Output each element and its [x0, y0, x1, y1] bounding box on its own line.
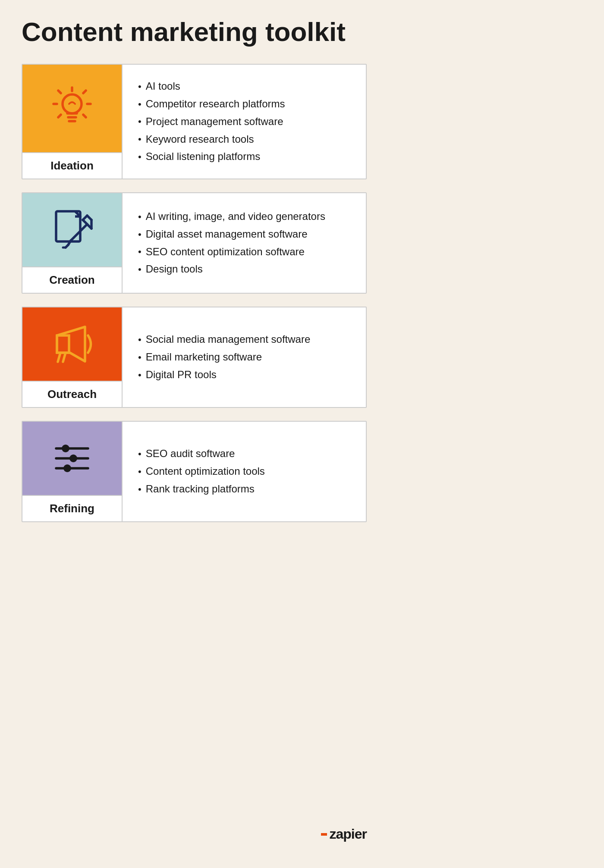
lightbulb-icon — [48, 85, 96, 132]
card-ideation-label-area: Ideation — [22, 152, 122, 179]
card-outreach-list: Social media management software Email m… — [138, 331, 350, 383]
card-outreach-left: Outreach — [22, 307, 122, 407]
page-title: Content marketing toolkit — [22, 17, 367, 47]
card-ideation-left: Ideation — [22, 65, 122, 179]
zapier-logo: zapier — [22, 826, 367, 842]
card-outreach-icon-area — [22, 307, 122, 381]
svg-rect-22 — [57, 335, 69, 353]
zapier-dash — [321, 833, 327, 836]
card-creation-content: AI writing, image, and video generators … — [122, 193, 366, 293]
list-item: Project management software — [138, 113, 350, 131]
sliders-icon — [48, 435, 96, 482]
card-refining-label: Refining — [50, 502, 94, 515]
card-refining-list: SEO audit software Content optimization … — [138, 445, 350, 498]
svg-line-8 — [58, 91, 61, 93]
card-creation-icon-area — [22, 193, 122, 266]
card-refining-icon-area — [22, 422, 122, 495]
list-item: Rank tracking platforms — [138, 480, 350, 498]
list-item: Digital asset management software — [138, 226, 350, 243]
card-creation-label: Creation — [49, 273, 94, 286]
list-item: Social media management software — [138, 331, 350, 348]
card-creation-left: Creation — [22, 193, 122, 293]
list-item: SEO audit software — [138, 445, 350, 463]
card-outreach-label: Outreach — [47, 388, 97, 401]
card-ideation-label: Ideation — [50, 159, 94, 172]
svg-point-26 — [62, 445, 69, 452]
list-item: AI tools — [138, 78, 350, 95]
svg-line-24 — [63, 353, 66, 362]
edit-icon — [48, 206, 96, 254]
list-item: Design tools — [138, 260, 350, 278]
list-item: Keyword research tools — [138, 131, 350, 148]
zapier-logo-text: zapier — [330, 826, 367, 842]
card-outreach-label-area: Outreach — [22, 381, 122, 407]
card-refining-left: Refining — [22, 422, 122, 521]
card-ideation-icon-area — [22, 65, 122, 152]
list-item: Email marketing software — [138, 348, 350, 366]
svg-line-11 — [83, 115, 86, 117]
list-item: Competitor research platforms — [138, 95, 350, 113]
svg-point-0 — [63, 94, 82, 113]
card-creation-label-area: Creation — [22, 266, 122, 293]
list-item: Digital PR tools — [138, 366, 350, 384]
card-ideation-content: AI tools Competitor research platforms P… — [122, 65, 366, 179]
card-refining: Refining SEO audit software Content opti… — [22, 421, 367, 522]
svg-marker-21 — [57, 327, 85, 361]
svg-line-13 — [71, 224, 87, 241]
card-outreach: Outreach Social media management softwar… — [22, 307, 367, 408]
card-creation-list: AI writing, image, and video generators … — [138, 208, 350, 278]
card-outreach-content: Social media management software Email m… — [122, 307, 366, 407]
card-refining-label-area: Refining — [22, 495, 122, 521]
card-refining-content: SEO audit software Content optimization … — [122, 422, 366, 521]
list-item: Social listening platforms — [138, 148, 350, 166]
cards-container: Ideation AI tools Competitor research pl… — [22, 64, 367, 809]
list-item: Content optimization tools — [138, 463, 350, 480]
svg-line-9 — [83, 91, 86, 93]
svg-line-23 — [58, 353, 60, 362]
list-item: AI writing, image, and video generators — [138, 208, 350, 226]
list-item: SEO content optimization software — [138, 243, 350, 261]
svg-line-10 — [58, 115, 61, 117]
megaphone-icon — [48, 320, 96, 368]
card-creation: Creation AI writing, image, and video ge… — [22, 192, 367, 294]
svg-point-30 — [63, 464, 71, 472]
card-ideation: Ideation AI tools Competitor research pl… — [22, 64, 367, 179]
card-ideation-list: AI tools Competitor research platforms P… — [138, 78, 350, 166]
svg-point-28 — [69, 454, 77, 462]
